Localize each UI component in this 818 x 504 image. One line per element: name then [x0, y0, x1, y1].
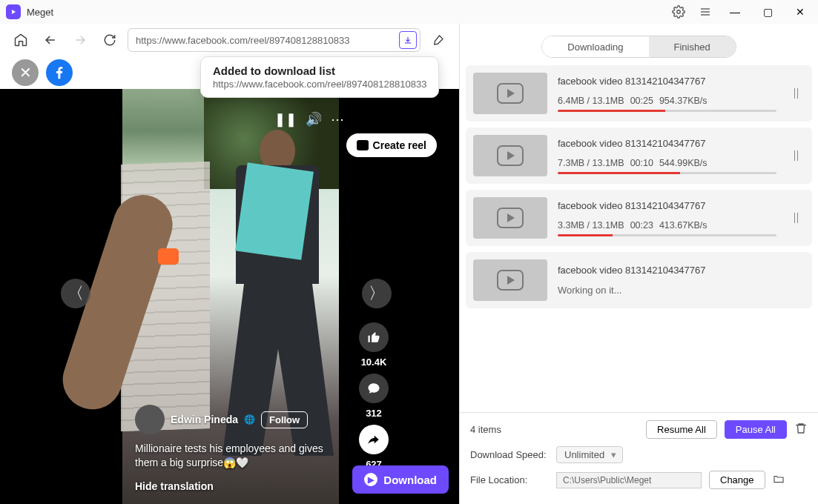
pause-all-button[interactable]: Pause All [725, 420, 787, 439]
left-panel: ✕ Added to download list https://www.fac… [0, 24, 460, 504]
pause-download-button[interactable] [787, 150, 805, 161]
tabs-area: ✕ Added to download list https://www.fac… [0, 56, 459, 89]
download-item: facebook video 8131421043477677.3MB / 13… [466, 127, 812, 184]
maximize-button[interactable]: ▢ [756, 1, 779, 22]
download-stats: 7.3MB / 13.1MB00:10544.99KB/s [558, 158, 776, 168]
svg-point-0 [677, 10, 681, 14]
author-avatar[interactable] [135, 405, 165, 434]
url-input[interactable] [136, 35, 399, 46]
titlebar: Meget — ▢ ✕ [0, 0, 818, 24]
download-speed-label: Download Speed: [470, 449, 549, 460]
globe-icon: 🌐 [244, 414, 255, 425]
download-item: facebook video 8131421043477673.3MB / 13… [466, 190, 812, 246]
reel-overlay: Edwin Pineda 🌐 Follow Millionaire tests … [135, 405, 343, 492]
pause-download-button[interactable] [787, 213, 805, 223]
create-reel-button[interactable]: Create reel [346, 133, 437, 157]
download-stats: 3.3MB / 13.1MB00:23413.67KB/s [558, 220, 776, 231]
menu-icon[interactable] [696, 3, 714, 21]
download-button[interactable]: ▶Download [352, 465, 449, 494]
like-button[interactable] [359, 322, 389, 352]
video-area: ❚❚ 🔊 ⋯ Create reel 〈 〉 10.4K 312 627 [0, 89, 459, 504]
back-icon[interactable] [39, 28, 62, 52]
download-thumb [473, 259, 547, 301]
settings-icon[interactable] [670, 3, 687, 21]
close-button[interactable]: ✕ [788, 1, 812, 22]
like-count: 10.4K [361, 357, 387, 368]
download-title: facebook video 813142104347767 [558, 265, 805, 276]
download-item: facebook video 8131421043477676.4MB / 13… [466, 65, 812, 122]
minimize-button[interactable]: — [723, 1, 747, 22]
share-button[interactable] [359, 425, 389, 454]
video-pause-icon[interactable]: ❚❚ [274, 111, 297, 127]
app-logo [6, 4, 21, 19]
right-panel: Downloading Finished facebook video 8131… [460, 24, 818, 504]
comment-count: 312 [366, 408, 382, 419]
download-title: facebook video 813142104347767 [558, 200, 776, 211]
reload-icon[interactable] [98, 28, 122, 52]
tooltip-url: https://www.facebook.com/reel/8974081288… [213, 79, 426, 90]
download-speed-select[interactable]: Unlimited [556, 446, 623, 463]
download-thumb [473, 197, 547, 239]
follow-button[interactable]: Follow [261, 411, 308, 428]
app-title: Meget [27, 7, 53, 18]
download-list: facebook video 8131421043477676.4MB / 13… [460, 65, 818, 412]
browser-toolbar [0, 24, 459, 56]
download-title: facebook video 813142104347767 [558, 138, 776, 149]
facebook-tab[interactable] [46, 59, 73, 86]
reel-caption: Millionaire tests his employees and give… [135, 442, 343, 470]
reel-side-actions: 10.4K 312 627 [359, 322, 389, 470]
download-thumb [473, 73, 547, 114]
tab-downloading[interactable]: Downloading [542, 36, 648, 57]
author-name[interactable]: Edwin Pineda [171, 414, 238, 425]
resume-all-button[interactable]: Resume All [646, 420, 717, 439]
download-title: facebook video 813142104347767 [558, 76, 776, 87]
brush-icon[interactable] [426, 28, 450, 52]
download-status: Working on it... [558, 285, 805, 296]
download-stats: 6.4MB / 13.1MB00:25954.37KB/s [558, 96, 776, 106]
close-tab-button[interactable]: ✕ [12, 59, 39, 86]
file-location-input[interactable] [556, 472, 702, 488]
video-more-icon[interactable]: ⋯ [331, 111, 344, 127]
download-thumb [473, 135, 547, 176]
change-location-button[interactable]: Change [709, 471, 765, 489]
tab-finished[interactable]: Finished [649, 36, 736, 57]
prev-reel-button[interactable]: 〈 [61, 279, 90, 308]
next-reel-button[interactable]: 〉 [362, 279, 392, 308]
comment-button[interactable] [359, 374, 389, 403]
video-volume-icon[interactable]: 🔊 [306, 111, 322, 127]
file-location-label: File Location: [470, 474, 549, 485]
download-icon: ▶ [364, 473, 377, 486]
url-bar[interactable] [128, 28, 420, 52]
home-icon[interactable] [9, 28, 33, 52]
video-controls: ❚❚ 🔊 ⋯ [274, 111, 344, 127]
save-to-list-icon[interactable] [399, 31, 417, 49]
segmented-control: Downloading Finished [541, 36, 736, 58]
tooltip-title: Added to download list [213, 64, 426, 77]
forward-icon [68, 28, 92, 52]
download-item: facebook video 813142104347767Working on… [466, 252, 812, 308]
footer: 4 items Resume All Pause All Download Sp… [460, 412, 818, 504]
hide-translation-button[interactable]: Hide translation [135, 480, 343, 492]
pause-download-button[interactable] [787, 88, 805, 99]
items-count: 4 items [470, 424, 501, 435]
trash-icon[interactable] [794, 422, 808, 438]
added-tooltip: Added to download list https://www.faceb… [200, 56, 439, 98]
open-folder-icon[interactable] [773, 473, 785, 488]
